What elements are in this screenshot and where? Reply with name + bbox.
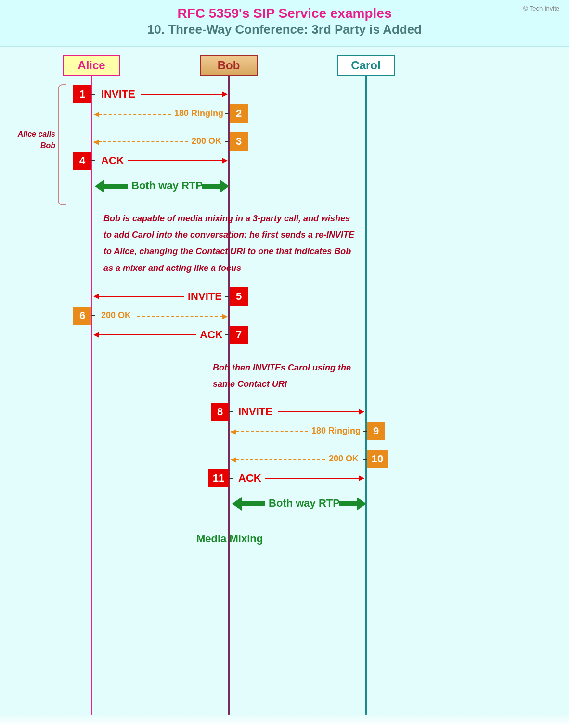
step-5: 5 xyxy=(230,287,248,306)
arrow-9 xyxy=(231,431,308,432)
arrow-8 xyxy=(278,411,364,412)
diagram-canvas: Alice Bob Carol Alice calls Bob 1 INVITE… xyxy=(0,47,569,725)
note-reinvite: Bob is capable of media mixing in a 3-pa… xyxy=(103,210,359,276)
step-4: 4 xyxy=(73,152,91,170)
bottom-fade xyxy=(0,714,569,725)
msg-invite-5: INVITE xyxy=(188,290,222,303)
step-8: 8 xyxy=(211,403,229,421)
step-2: 2 xyxy=(230,104,248,123)
note-invite-carol: Bob then INVITEs Carol using the same Co… xyxy=(213,359,362,392)
rtp-bar-1-right xyxy=(202,184,220,189)
msg-200ok-6: 200 OK xyxy=(101,310,131,320)
rtp-bar-2-right xyxy=(339,501,358,506)
arrow-11 xyxy=(265,478,364,479)
step-10: 10 xyxy=(367,450,388,468)
copyright: © Tech-invite xyxy=(523,5,559,12)
msg-200ok-3: 200 OK xyxy=(192,136,221,146)
arrow-3 xyxy=(94,141,188,142)
lifeline-carol xyxy=(365,76,367,715)
rtp-label-2: Both way RTP xyxy=(269,497,340,510)
media-mixing-label: Media Mixing xyxy=(196,533,263,545)
arrow-7 xyxy=(94,334,196,335)
rtp-bar-2-left xyxy=(241,501,265,506)
arrow-1 xyxy=(141,94,227,95)
msg-ack-11: ACK xyxy=(238,472,261,485)
msg-ack-7: ACK xyxy=(200,329,223,341)
msg-ack-4: ACK xyxy=(101,154,124,167)
step-11: 11 xyxy=(208,469,229,487)
arrow-6 xyxy=(137,316,227,317)
step-7: 7 xyxy=(230,326,248,344)
rtp-label-1: Both way RTP xyxy=(131,179,203,192)
brace-alice-calls-bob xyxy=(58,84,66,205)
msg-ringing-9: 180 Ringing xyxy=(311,426,361,436)
lifeline-alice xyxy=(91,76,92,715)
arrow-2 xyxy=(94,114,171,115)
msg-invite-1: INVITE xyxy=(101,88,135,101)
actor-alice: Alice xyxy=(63,55,120,76)
arrow-10 xyxy=(231,459,325,460)
actor-bob: Bob xyxy=(200,55,258,76)
msg-ringing-2: 180 Ringing xyxy=(174,108,223,118)
arrow-4 xyxy=(128,160,227,161)
header: © Tech-invite RFC 5359's SIP Service exa… xyxy=(0,0,569,47)
msg-invite-8: INVITE xyxy=(238,406,272,418)
actor-carol: Carol xyxy=(337,55,395,76)
step-6: 6 xyxy=(73,307,91,325)
step-9: 9 xyxy=(367,422,385,440)
step-1: 1 xyxy=(73,85,91,103)
note-alice-calls-bob: Alice calls Bob xyxy=(7,128,55,152)
title-main: RFC 5359's SIP Service examples xyxy=(10,6,559,21)
rtp-bar-1-left xyxy=(103,184,128,189)
arrow-5 xyxy=(94,296,184,297)
msg-200ok-10: 200 OK xyxy=(329,454,359,464)
lifeline-bob xyxy=(228,76,230,715)
step-3: 3 xyxy=(230,132,248,151)
title-sub: 10. Three-Way Conference: 3rd Party is A… xyxy=(10,22,559,37)
